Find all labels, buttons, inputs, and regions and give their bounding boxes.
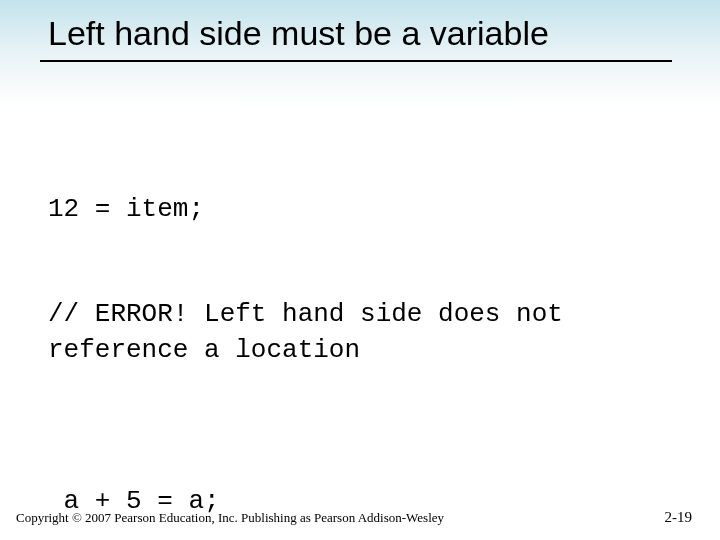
title-underline [40,60,672,62]
footer-copyright: Copyright © 2007 Pearson Education, Inc.… [16,510,444,526]
footer-page-number: 2-19 [665,509,693,526]
slide-title: Left hand side must be a variable [48,14,688,53]
slide-body: 12 = item; // ERROR! Left hand side does… [48,122,688,540]
code-line-1: 12 = item; [48,192,688,227]
slide: Left hand side must be a variable 12 = i… [0,0,720,540]
code-line-2: // ERROR! Left hand side does not refere… [48,297,688,367]
